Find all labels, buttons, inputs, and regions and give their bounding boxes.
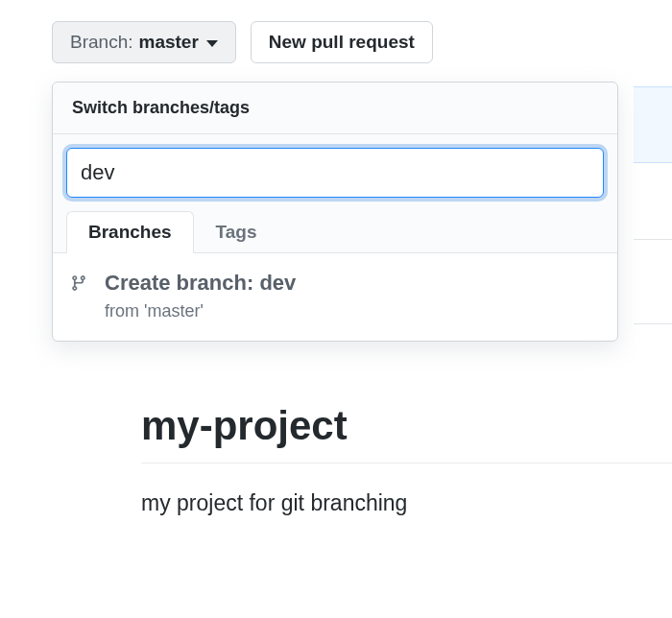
create-branch-content: Create branch: dev from 'master': [105, 271, 296, 321]
readme-title: my-project: [141, 403, 672, 463]
create-branch-item[interactable]: Create branch: dev from 'master': [53, 253, 617, 341]
stripe: [634, 240, 672, 324]
readme-section: my-project my project for git branching: [141, 403, 672, 516]
dropdown-tabs: Branches Tags: [53, 211, 617, 253]
stripe: [634, 163, 672, 240]
dropdown-header: Switch branches/tags: [53, 83, 617, 134]
branch-label: Branch:: [70, 32, 132, 53]
tab-branches[interactable]: Branches: [66, 211, 194, 253]
toolbar: Branch: master New pull request: [0, 0, 672, 63]
branch-selector-button[interactable]: Branch: master: [52, 21, 236, 63]
new-pr-label: New pull request: [269, 32, 415, 53]
create-branch-from: from 'master': [105, 301, 296, 321]
tab-tags[interactable]: Tags: [194, 211, 279, 253]
readme-description: my project for git branching: [141, 490, 672, 516]
create-branch-prefix: Create branch:: [105, 271, 259, 295]
dropdown-search-wrap: [53, 134, 617, 211]
divider: [141, 463, 672, 464]
stripe: [634, 86, 672, 163]
new-pull-request-button[interactable]: New pull request: [251, 21, 433, 63]
git-branch-icon: [70, 274, 91, 296]
branch-value: master: [138, 32, 198, 53]
branch-search-input[interactable]: [66, 148, 604, 198]
caret-down-icon: [206, 40, 218, 47]
create-branch-title: Create branch: dev: [105, 271, 296, 296]
create-branch-name: dev: [259, 271, 296, 295]
branch-dropdown: Switch branches/tags Branches Tags Creat…: [52, 82, 618, 342]
background-panel: [634, 86, 672, 324]
